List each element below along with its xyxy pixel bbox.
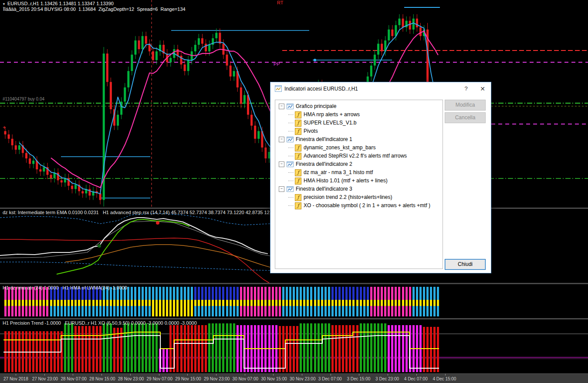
green-rsx xyxy=(57,219,189,274)
fx-indicator-icon: ƒ xyxy=(295,111,301,118)
orange-line xyxy=(65,245,270,267)
time-tick xyxy=(73,374,73,376)
tree-group-label: Finestra dell'indicatore 3 xyxy=(296,185,352,193)
fx-indicator-icon: ƒ xyxy=(295,202,301,209)
tree-group[interactable]: −Finestra dell'indicatore 2 xyxy=(275,160,443,168)
dialog-title: Indicatori accesi EURUSD..r,H1 xyxy=(284,86,358,92)
chart-ohlc-text: EURUSD..r,H1 1.13426 1.13481 1.13347 1.1… xyxy=(7,1,114,6)
time-label: 3 Dec 15:00 xyxy=(347,376,370,381)
time-tick xyxy=(101,374,102,376)
time-label: 29 Nov 15:00 xyxy=(175,376,201,381)
tree-item[interactable]: ƒPivots xyxy=(275,127,443,135)
time-tick xyxy=(273,374,274,376)
chart-menu-icon[interactable]: ▼ xyxy=(2,2,6,6)
tree-guide xyxy=(288,148,294,148)
tree-guide xyxy=(288,205,294,206)
tree-guide xyxy=(288,172,294,173)
tree-item-label: Pivots xyxy=(304,127,318,135)
tree-item[interactable]: ƒXO - choosable symbol ( 2 in 1 + arrows… xyxy=(275,202,443,210)
fx-indicator-icon: ƒ xyxy=(295,120,301,127)
indicator1-label: dz kst: Intermediate term EMA 0.0100 0.0… xyxy=(3,210,281,215)
tree-guide xyxy=(288,181,294,181)
time-tick xyxy=(159,374,159,376)
indicator-tree[interactable]: −Grafico principaleƒHMA nrp alerts + arr… xyxy=(275,100,443,269)
time-tick xyxy=(416,374,417,376)
indicator-panel-3[interactable] xyxy=(0,319,588,373)
time-tick xyxy=(445,374,446,376)
white-rsx xyxy=(0,218,268,255)
fx-indicator-icon: ƒ xyxy=(295,153,301,160)
tree-item[interactable]: ƒSUPER LEVELS_V1.b xyxy=(275,119,443,127)
fx-indicator-icon: ƒ xyxy=(295,178,301,185)
time-tick xyxy=(388,374,388,376)
time-tick xyxy=(245,374,245,376)
chart-window-icon xyxy=(287,137,294,142)
chart-text-label: + xyxy=(3,124,6,131)
tree-expander-icon[interactable]: − xyxy=(279,186,284,192)
chart-text-label: #110404797 buy 0.04 xyxy=(3,97,44,101)
time-label: 29 Nov 23:00 xyxy=(204,376,230,381)
time-tick xyxy=(216,374,216,376)
tree-item[interactable]: ƒHMA nrp alerts + arrows xyxy=(275,111,443,119)
tree-item[interactable]: ƒprecision trend 2.2 (histo+alerts+lines… xyxy=(275,193,443,202)
time-tick xyxy=(16,374,16,376)
time-axis[interactable]: 27 Nov 201827 Nov 23:0028 Nov 07:0028 No… xyxy=(0,373,588,383)
modifica-button[interactable]: Modifica xyxy=(445,100,486,111)
indicator3-canvas[interactable] xyxy=(0,319,588,373)
tree-guide xyxy=(288,131,294,132)
tree-item[interactable]: ƒdz ma_atr - nma 3_1 histo mtf xyxy=(275,168,443,177)
signal-comment: Ïîáåäà_2015 20:54 BUYSIG 08:00 1.13684 Z… xyxy=(2,7,186,12)
time-label: 28 Nov 15:00 xyxy=(89,376,115,381)
tree-item[interactable]: ƒHMA Histo 1.01 (mtf + alerts + lines) xyxy=(275,177,443,185)
tree-group[interactable]: −Finestra dell'indicatore 3 xyxy=(275,185,443,193)
fx-indicator-icon: ƒ xyxy=(295,128,301,135)
time-label: 4 Dec 15:00 xyxy=(433,376,456,381)
tree-group[interactable]: −Finestra dell'indicatore 1 xyxy=(275,135,443,144)
chart-text-label: RT xyxy=(277,0,284,5)
tree-item-label: Advanced StepRSI v2.2 fl's alerts mtf ar… xyxy=(304,152,407,160)
dialog-title-bar[interactable]: Indicatori accesi EURUSD..r,H1 ? ✕ xyxy=(270,82,491,95)
tree-item[interactable]: ƒAdvanced StepRSI v2.2 fl's alerts mtf a… xyxy=(275,152,443,160)
cancella-button[interactable]: Cancella xyxy=(445,112,486,123)
indicators-list-dialog: Indicatori accesi EURUSD..r,H1 ? ✕ −Graf… xyxy=(270,82,491,273)
indicator3-label: H1 Precision Trend -1.0000 EURUSD..r H1 … xyxy=(3,320,197,326)
red-signal xyxy=(0,238,269,283)
time-label: 30 Nov 15:00 xyxy=(261,376,287,381)
time-label: 27 Nov 23:00 xyxy=(32,376,58,381)
time-label: 30 Nov 23:00 xyxy=(290,376,316,381)
tree-item-label: HMA Histo 1.01 (mtf + alerts + lines) xyxy=(304,177,388,185)
mt4-window: RTPP#110404797 buy 0.04+ ▼EURUSD..r,H1 1… xyxy=(0,0,588,383)
tree-group[interactable]: −Grafico principale xyxy=(275,102,443,111)
time-tick xyxy=(130,374,131,376)
chart-ohlc-info: ▼EURUSD..r,H1 1.13426 1.13481 1.13347 1.… xyxy=(2,1,114,6)
tree-expander-icon[interactable]: − xyxy=(279,104,284,109)
chiudi-button[interactable]: Chiudi xyxy=(445,259,486,270)
fx-indicator-icon: ƒ xyxy=(295,169,301,176)
tree-group-label: Finestra dell'indicatore 2 xyxy=(296,160,352,168)
chart-window-icon xyxy=(287,186,294,192)
dialog-help-button[interactable]: ? xyxy=(459,82,473,95)
time-tick xyxy=(331,374,331,376)
time-label: 27 Nov 2018 xyxy=(3,376,28,381)
tree-guide xyxy=(288,114,294,115)
tree-item-label: XO - choosable symbol ( 2 in 1 + arrows … xyxy=(304,202,430,210)
time-label: 30 Nov 07:00 xyxy=(233,376,259,381)
tree-item[interactable]: ƒdynamic_zones_kst_amp_bars xyxy=(275,144,443,152)
tree-guide xyxy=(288,156,294,157)
tree-group-label: Finestra dell'indicatore 1 xyxy=(296,135,352,144)
tree-guide xyxy=(288,123,294,124)
dialog-icon xyxy=(275,85,282,92)
dialog-close-button[interactable]: ✕ xyxy=(475,82,490,95)
tree-expander-icon[interactable]: − xyxy=(279,161,284,167)
time-label: 3 Dec 07:00 xyxy=(318,376,342,381)
indicator2-label: H1 dz nma atr (24) 1.0000 H1 HMA of LWMA… xyxy=(3,285,127,290)
tree-expander-icon[interactable]: − xyxy=(279,137,284,142)
time-label: 28 Nov 23:00 xyxy=(118,376,144,381)
tree-item-label: HMA nrp alerts + arrows xyxy=(304,111,360,119)
tree-item-label: precision trend 2.2 (histo+alerts+lines) xyxy=(304,193,392,202)
chart-window-icon xyxy=(287,104,294,109)
time-label: 3 Dec 23:00 xyxy=(375,376,399,381)
tree-group-label: Grafico principale xyxy=(296,102,336,111)
tree-item-label: dynamic_zones_kst_amp_bars xyxy=(304,144,375,152)
time-label: 4 Dec 07:00 xyxy=(404,376,428,381)
